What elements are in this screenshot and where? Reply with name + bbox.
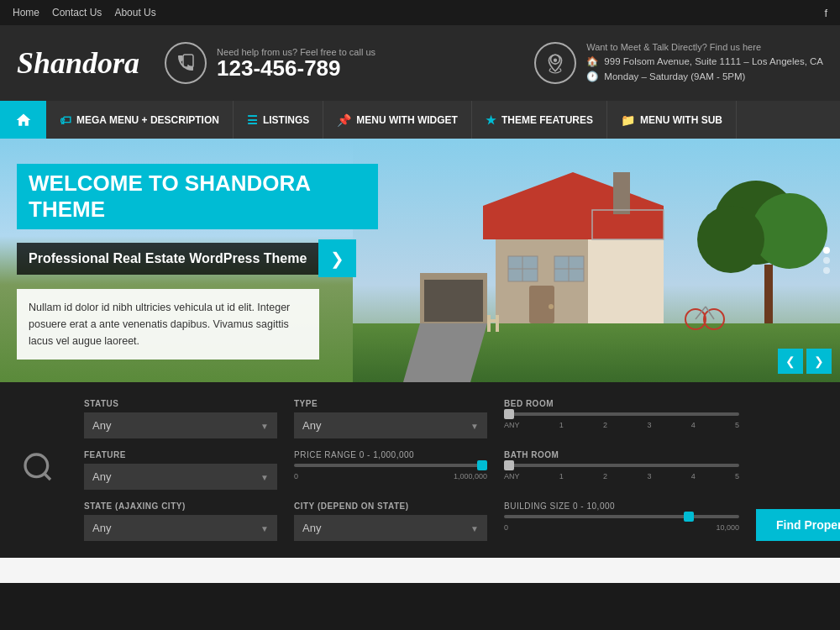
home-small-icon: 🏠 xyxy=(586,56,598,66)
site-header: Shandora Need help from us? Feel free to… xyxy=(0,25,840,101)
svg-rect-11 xyxy=(588,239,664,323)
price-label: PRICE RANGE 0 - 1,000,000 xyxy=(294,450,487,459)
nav-home-link[interactable]: Home xyxy=(13,7,39,18)
nav-mega-menu[interactable]: 🏷 MEGA MENU + DESCRIPTION xyxy=(46,101,234,139)
top-navigation: Home Contact Us About Us f xyxy=(0,0,840,25)
feature-select[interactable]: Any Pool Garage xyxy=(84,464,277,490)
feature-field: FEATURE Any Pool Garage xyxy=(84,450,277,490)
bathroom-ticks: ANY 1 2 3 4 5 xyxy=(504,472,739,480)
search-section: STATUS Any For Sale For Rent TYPE Any Ho… xyxy=(0,382,840,558)
feature-select-wrapper: Any Pool Garage xyxy=(84,464,277,490)
nav-contact-link[interactable]: Contact Us xyxy=(52,7,102,18)
hero-slider: WELCOME TO SHANDORA THEME Professional R… xyxy=(0,139,840,382)
hero-subtitle-row: Professional Real Estate WordPress Theme… xyxy=(17,239,378,277)
svg-rect-26 xyxy=(496,315,499,332)
building-section: BUILDING SIZE 0 - 10,000 0 10,000 xyxy=(504,501,739,541)
price-ticks: 0 1,000,000 xyxy=(294,472,487,480)
building-label: BUILDING SIZE 0 - 10,000 xyxy=(504,501,739,511)
svg-rect-9 xyxy=(764,265,773,323)
price-slider[interactable] xyxy=(294,464,487,467)
svg-line-34 xyxy=(45,473,50,479)
slider-prev-button[interactable]: ❮ xyxy=(778,349,803,374)
bathroom-label: BATH ROOM xyxy=(504,450,739,459)
svg-point-3 xyxy=(554,59,557,62)
find-property-button[interactable]: Find Property xyxy=(756,509,840,541)
slider-dots xyxy=(823,247,830,274)
state-label: STATE (AJAXING CITY) xyxy=(84,501,277,511)
pin-icon: 📌 xyxy=(337,113,351,127)
slider-dot-3[interactable] xyxy=(823,267,830,274)
search-row-2: FEATURE Any Pool Garage PRICE RANGE 0 - … xyxy=(84,450,823,490)
facebook-icon[interactable]: f xyxy=(824,7,827,19)
bottom-strip xyxy=(0,558,840,583)
hero-subtitle: Professional Real Estate WordPress Theme xyxy=(17,243,318,275)
status-select[interactable]: Any For Sale For Rent xyxy=(84,412,277,438)
list-icon: ☰ xyxy=(247,113,258,127)
svg-rect-22 xyxy=(496,239,588,323)
status-field: STATUS Any For Sale For Rent xyxy=(84,399,277,438)
folder-icon: 📁 xyxy=(621,113,635,127)
phone-section: Need help from us? Feel free to call us … xyxy=(165,42,375,84)
clock-small-icon: 🕐 xyxy=(586,71,598,81)
slider-dot-2[interactable] xyxy=(823,257,830,264)
home-nav-icon xyxy=(15,112,32,129)
nav-theme-features[interactable]: ★ THEME FEATURES xyxy=(472,101,607,139)
bathroom-slider[interactable] xyxy=(504,464,739,467)
address-icon-circle xyxy=(534,42,576,84)
hero-title: WELCOME TO SHANDORA THEME xyxy=(17,164,378,229)
feature-label: FEATURE xyxy=(84,450,277,459)
bedroom-section: BED ROOM ANY 1 2 3 4 5 xyxy=(504,399,739,438)
hero-cta-button[interactable]: ❯ xyxy=(318,239,356,277)
city-select[interactable]: Any xyxy=(294,515,487,541)
bedroom-ticks: ANY 1 2 3 4 5 xyxy=(504,421,739,429)
star-icon: ★ xyxy=(486,113,496,127)
main-navigation: 🏷 MEGA MENU + DESCRIPTION ☰ LISTINGS 📌 M… xyxy=(0,101,840,139)
building-slider[interactable] xyxy=(504,515,739,518)
type-label: TYPE xyxy=(294,399,487,408)
state-select[interactable]: Any xyxy=(84,515,277,541)
slider-next-button[interactable]: ❯ xyxy=(806,349,832,374)
building-ticks: 0 10,000 xyxy=(504,523,739,532)
search-row-3: STATE (AJAXING CITY) Any CITY (DEPEND ON… xyxy=(84,501,823,541)
phone-info: Need help from us? Feel free to call us … xyxy=(217,47,375,79)
hero-body: Nullam id dolor id nibh ultricies vehicu… xyxy=(17,289,319,360)
status-select-wrapper: Any For Sale For Rent xyxy=(84,412,277,438)
location-icon xyxy=(544,52,566,74)
svg-rect-27 xyxy=(487,319,499,323)
nav-home-button[interactable] xyxy=(0,101,46,139)
address-info: Want to Meet & Talk Directly? Find us he… xyxy=(586,42,823,84)
nav-about-link[interactable]: About Us xyxy=(114,7,155,18)
tag-icon: 🏷 xyxy=(60,113,71,127)
find-button-container: Find Property xyxy=(756,501,840,541)
svg-point-1 xyxy=(187,65,189,66)
state-select-wrapper: Any xyxy=(84,515,277,541)
city-label: CITY (DEPEND ON STATE) xyxy=(294,501,487,511)
svg-point-33 xyxy=(25,454,48,477)
svg-rect-25 xyxy=(487,315,491,332)
state-field: STATE (AJAXING CITY) Any xyxy=(84,501,277,541)
type-select-wrapper: Any House Apartment xyxy=(294,412,487,438)
phone-number: 123-456-789 xyxy=(217,57,375,79)
nav-menu-sub[interactable]: 📁 MENU WITH SUB xyxy=(607,101,737,139)
meet-text: Want to Meet & Talk Directly? Find us he… xyxy=(586,42,823,52)
hours-line: 🕐 Monday – Saturday (9AM - 5PM) xyxy=(586,70,823,84)
nav-widget[interactable]: 📌 MENU WITH WIDGET xyxy=(323,101,472,139)
status-label: STATUS xyxy=(84,399,277,408)
address-line: 🏠 999 Folsom Avenue, Suite 1111 – Los An… xyxy=(586,55,823,69)
site-logo: Shandora xyxy=(17,45,139,81)
type-field: TYPE Any House Apartment xyxy=(294,399,487,438)
price-section: PRICE RANGE 0 - 1,000,000 0 1,000,000 xyxy=(294,450,487,490)
nav-listings[interactable]: ☰ LISTINGS xyxy=(234,101,323,139)
hero-content: WELCOME TO SHANDORA THEME Professional R… xyxy=(0,139,395,382)
address-section: Want to Meet & Talk Directly? Find us he… xyxy=(534,42,823,84)
bedroom-label: BED ROOM xyxy=(504,399,739,408)
slider-dot-1[interactable] xyxy=(823,247,830,254)
bathroom-section: BATH ROOM ANY 1 2 3 4 5 xyxy=(504,450,739,490)
phone-icon-circle xyxy=(165,42,207,84)
house-illustration xyxy=(353,139,840,382)
bedroom-slider[interactable] xyxy=(504,412,739,416)
city-field: CITY (DEPEND ON STATE) Any xyxy=(294,501,487,541)
svg-point-8 xyxy=(697,206,764,273)
search-icon xyxy=(21,450,55,491)
type-select[interactable]: Any House Apartment xyxy=(294,412,487,438)
